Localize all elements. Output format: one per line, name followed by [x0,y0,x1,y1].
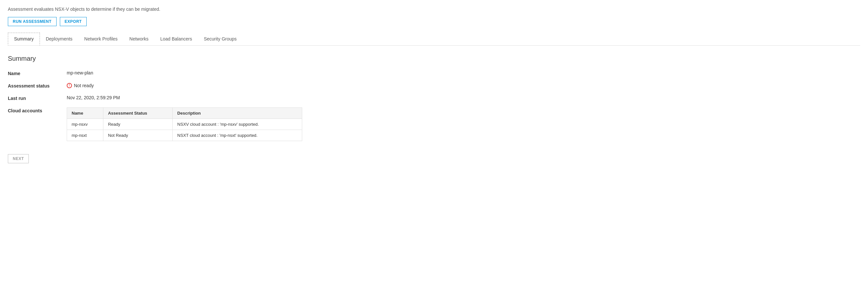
export-button[interactable]: EXPORT [60,17,87,26]
last-run-label: Last run [8,95,67,101]
not-ready-icon [67,83,72,88]
toolbar: RUN ASSESSMENT EXPORT [8,17,860,26]
footer: NEXT [8,154,860,163]
table-row: mp-nsxtNot ReadyNSXT cloud account : 'mp… [67,130,302,141]
tab-security-groups[interactable]: Security Groups [198,33,242,46]
cell-description: NSXV cloud account : 'mp-nsxv' supported… [173,119,302,130]
summary-title: Summary [8,55,860,62]
cloud-accounts-table-container: Name Assessment Status Description mp-ns… [67,107,302,141]
assessment-status-label: Assessment status [8,83,67,88]
tab-deployments[interactable]: Deployments [40,33,79,46]
cloud-accounts-table: Name Assessment Status Description mp-ns… [67,107,302,141]
tab-networks[interactable]: Networks [124,33,154,46]
cell-assessment-status: Not Ready [103,130,173,141]
summary-section: Summary Name mp-new-plan Assessment stat… [8,55,860,141]
cell-assessment-status: Ready [103,119,173,130]
tabs-bar: Summary Deployments Network Profiles Net… [8,33,860,46]
last-run-value: Nov 22, 2020, 2:59:29 PM [67,95,302,101]
name-label: Name [8,70,67,76]
run-assessment-button[interactable]: RUN ASSESSMENT [8,17,57,26]
description-text: Assessment evaluates NSX-V objects to de… [8,6,860,12]
assessment-status-text: Not ready [74,83,94,88]
cell-description: NSXT cloud account : 'mp-nsxt' supported… [173,130,302,141]
info-grid: Name mp-new-plan Assessment status Not r… [8,70,302,141]
next-button[interactable]: NEXT [8,154,29,163]
cloud-accounts-label: Cloud accounts [8,107,67,141]
cell-account-name: mp-nsxv [67,119,103,130]
name-value: mp-new-plan [67,70,302,76]
col-header-description: Description [173,108,302,119]
table-row: mp-nsxvReadyNSXV cloud account : 'mp-nsx… [67,119,302,130]
tab-load-balancers[interactable]: Load Balancers [154,33,198,46]
tab-network-profiles[interactable]: Network Profiles [79,33,124,46]
cell-account-name: mp-nsxt [67,130,103,141]
table-header-row: Name Assessment Status Description [67,108,302,119]
col-header-assessment-status: Assessment Status [103,108,173,119]
tab-summary[interactable]: Summary [8,33,40,46]
col-header-name: Name [67,108,103,119]
assessment-status-value: Not ready [67,83,302,88]
